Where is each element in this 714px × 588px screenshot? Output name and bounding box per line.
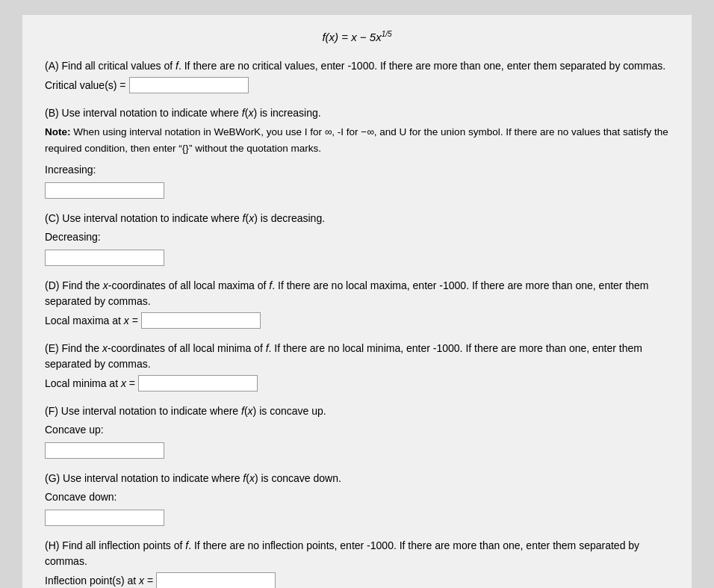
section-g-sub-label: Concave down: — [45, 489, 669, 505]
section-e: (E) Find the x-coordinates of all local … — [45, 341, 669, 392]
section-b-note: Note: When using interval notation in We… — [45, 124, 669, 156]
section-g: (G) Use interval notation to indicate wh… — [45, 471, 669, 526]
section-d-input-row: Local maxima at x = — [45, 312, 669, 329]
section-f-description: (F) Use interval notation to indicate wh… — [45, 403, 669, 419]
section-a-input[interactable] — [129, 77, 249, 93]
formula-display: f(x) = x − 5x1/5 — [45, 30, 669, 43]
section-c: (C) Use interval notation to indicate wh… — [45, 211, 669, 266]
section-b-description: (B) Use interval notation to indicate wh… — [45, 105, 669, 121]
section-f: (F) Use interval notation to indicate wh… — [45, 403, 669, 459]
page-container: f(x) = x − 5x1/5 (A) Find all critical v… — [22, 15, 692, 588]
section-c-description: (C) Use interval notation to indicate wh… — [45, 211, 669, 226]
section-f-sub-label: Concave up: — [45, 422, 669, 438]
section-h: (H) Find all inflection points of f. If … — [45, 538, 669, 588]
section-f-input-block — [45, 442, 669, 459]
section-d-description: (D) Find the x-coordinates of all local … — [45, 278, 669, 309]
section-b-input-block — [45, 182, 669, 199]
section-b-sub-label: Increasing: — [45, 162, 669, 178]
section-g-description: (G) Use interval notation to indicate wh… — [45, 471, 669, 486]
section-e-input-row: Local minima at x = — [45, 375, 669, 392]
section-g-input-block — [45, 510, 669, 526]
section-g-input[interactable] — [45, 510, 164, 526]
section-a-description: (A) Find all critical values of f. If th… — [45, 58, 669, 74]
section-e-description: (E) Find the x-coordinates of all local … — [45, 341, 669, 372]
section-a: (A) Find all critical values of f. If th… — [45, 58, 669, 93]
section-e-input[interactable] — [138, 375, 258, 392]
section-c-sub-label: Decreasing: — [45, 229, 669, 245]
section-h-input[interactable] — [156, 572, 276, 588]
formula-text: f(x) = x − 5x1/5 — [322, 31, 391, 43]
section-h-label: Inflection point(s) at x = — [45, 575, 153, 587]
section-d-input[interactable] — [141, 312, 261, 329]
section-h-input-row: Inflection point(s) at x = — [45, 572, 669, 588]
section-c-input[interactable] — [45, 250, 164, 266]
section-b-input[interactable] — [45, 182, 164, 199]
section-d-label: Local maxima at x = — [45, 315, 138, 327]
section-e-label: Local minima at x = — [45, 377, 135, 389]
section-a-input-row: Critical value(s) = — [45, 77, 669, 93]
section-d: (D) Find the x-coordinates of all local … — [45, 278, 669, 329]
section-h-description: (H) Find all inflection points of f. If … — [45, 538, 669, 569]
section-b: (B) Use interval notation to indicate wh… — [45, 105, 669, 199]
section-f-input[interactable] — [45, 442, 164, 459]
section-a-label: Critical value(s) = — [45, 79, 126, 91]
section-c-input-block — [45, 250, 669, 266]
